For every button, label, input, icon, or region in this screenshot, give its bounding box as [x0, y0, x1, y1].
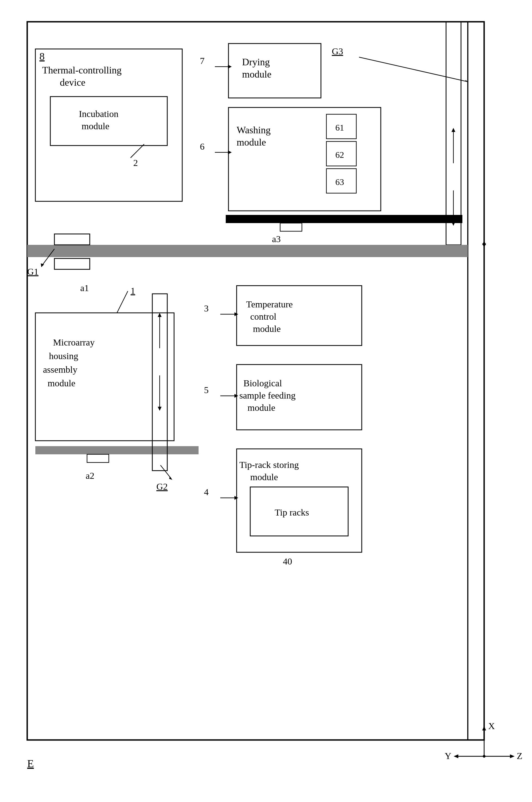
G3-label: G3	[332, 46, 343, 56]
svg-marker-54	[482, 726, 486, 730]
svg-marker-40	[158, 407, 162, 411]
svg-marker-22	[452, 222, 455, 226]
svg-marker-20	[452, 128, 455, 132]
microarray-line4: module	[48, 378, 75, 388]
a3-label: a3	[272, 234, 281, 244]
figure-E-label: E	[27, 758, 34, 770]
svg-rect-24	[54, 234, 90, 245]
thermal-device-text: device	[60, 77, 86, 88]
ref-2-label: 2	[133, 158, 138, 168]
svg-rect-16	[226, 215, 462, 223]
drying-line1: Drying	[242, 57, 270, 68]
bio-line3: module	[247, 403, 275, 413]
microarray-line3: assembly	[43, 365, 77, 375]
svg-marker-7	[228, 65, 232, 69]
Z-axis-label: Z	[517, 751, 522, 761]
bio-line1: Biological	[243, 378, 282, 388]
temp-line3: module	[253, 324, 281, 334]
microarray-line2: housing	[49, 351, 78, 361]
ref-40-label: 40	[283, 556, 292, 566]
washing-line2: module	[236, 137, 266, 148]
svg-marker-38	[158, 313, 162, 317]
tiprack-line1: Tip-rack storing	[239, 460, 299, 470]
svg-rect-10	[228, 108, 381, 211]
svg-rect-17	[280, 223, 302, 231]
temp-line2: control	[250, 312, 276, 321]
X-axis-label: X	[488, 721, 495, 731]
svg-rect-34	[35, 446, 198, 454]
sub-61: 61	[335, 123, 344, 132]
svg-marker-15	[228, 150, 232, 154]
svg-rect-1	[468, 22, 484, 740]
svg-line-8	[359, 57, 467, 81]
svg-marker-42	[169, 477, 172, 480]
svg-marker-56	[510, 754, 515, 758]
sub-63: 63	[335, 177, 344, 187]
Y-axis-label: Y	[445, 751, 452, 761]
ref-4-label: 4	[204, 487, 209, 497]
svg-rect-33	[35, 313, 174, 441]
svg-rect-31	[54, 258, 90, 269]
a2-label: a2	[86, 471, 94, 481]
svg-line-4	[131, 144, 144, 158]
bio-line2: sample feeding	[239, 390, 296, 400]
thermal-controlling-text: Thermal-controlling	[42, 65, 121, 76]
tip-racks-label: Tip racks	[275, 507, 309, 518]
temp-line1: Temperature	[246, 299, 293, 309]
microarray-line1: Microarray	[53, 337, 95, 348]
ref-3-label: 3	[204, 303, 209, 313]
svg-line-32	[117, 291, 128, 313]
svg-rect-35	[87, 454, 109, 463]
svg-marker-30	[482, 241, 486, 245]
ref-8-label: 8	[39, 51, 44, 62]
drying-line2: module	[242, 69, 271, 80]
sub-62: 62	[335, 150, 344, 160]
svg-point-59	[483, 755, 486, 758]
ref-5-label: 5	[204, 385, 209, 395]
G2-label: G2	[156, 482, 168, 491]
ref-1-label: 1	[131, 286, 135, 296]
ref-6-label: 6	[200, 142, 205, 151]
tiprack-line2: module	[250, 472, 278, 482]
incubation-line2: module	[81, 121, 109, 131]
ref-7-label: 7	[200, 56, 205, 66]
washing-line1: Washing	[236, 125, 271, 135]
a1-label: a1	[80, 283, 89, 293]
svg-marker-58	[454, 754, 458, 758]
incubation-line1: Incubation	[79, 109, 118, 119]
svg-rect-23	[27, 245, 468, 257]
G1-label: G1	[27, 267, 39, 277]
